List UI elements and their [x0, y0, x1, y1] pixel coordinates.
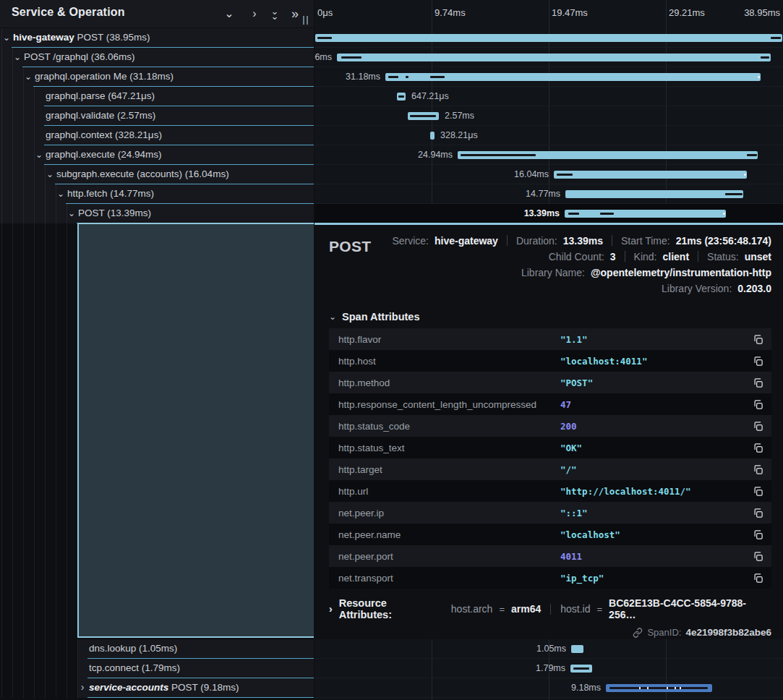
chevron-down-icon[interactable]: ⌄ [2, 33, 11, 43]
indent-guide [1, 28, 2, 698]
span-row[interactable]: ⌄POST /graphql (36.06ms) [0, 48, 314, 67]
span-row[interactable]: graphql.parse (647.21μs) [0, 87, 314, 106]
copy-icon[interactable] [744, 443, 771, 453]
span-attributes-toggle[interactable]: ⌄ Span Attributes [329, 311, 771, 323]
span-bar[interactable] [337, 54, 771, 61]
attribute-row: http.status_code200 [329, 415, 771, 437]
bar-tick [341, 56, 361, 59]
copy-icon[interactable] [744, 421, 771, 432]
span-row[interactable]: ⌄subgraph.execute (accounts) (16.04ms) [0, 165, 314, 184]
span-row[interactable]: ⌄graphql.execute (24.94ms) [0, 145, 314, 165]
bar-end-dot [723, 213, 725, 215]
copy-icon[interactable] [744, 334, 771, 345]
span-timeline-row[interactable]: 14.77ms [315, 184, 783, 204]
span-timeline-row[interactable]: 1.79ms [315, 659, 783, 678]
chevron-down-icon[interactable]: ⌄ [13, 52, 22, 62]
span-bar[interactable] [458, 151, 758, 159]
span-bar[interactable] [397, 93, 406, 101]
attribute-key: http.method [329, 377, 560, 388]
span-bar[interactable] [565, 190, 743, 198]
chevron-right-icon[interactable]: › [78, 681, 87, 693]
span-row[interactable]: ⌄POST (13.39ms) [0, 204, 314, 223]
pane-resize-handle[interactable] [302, 16, 309, 25]
bar-dot [647, 687, 649, 689]
attribute-value: "localhost:4011" [560, 356, 744, 367]
span-bar[interactable] [408, 112, 439, 120]
copy-icon[interactable] [744, 377, 771, 388]
bar-tick [761, 56, 769, 59]
link-icon [633, 628, 643, 638]
chevron-down-icon[interactable]: ⌄ [221, 5, 238, 22]
meta-value: 13.39ms [563, 235, 603, 247]
span-bar[interactable] [570, 665, 592, 673]
copy-icon[interactable] [744, 529, 771, 540]
span-row[interactable]: dns.lookup (1.05ms) [77, 639, 314, 659]
span-bar[interactable] [571, 645, 583, 653]
span-timeline-row[interactable]: 2.57ms [315, 106, 783, 126]
span-row[interactable]: graphql.context (328.21μs) [0, 126, 314, 145]
bar-dot [675, 687, 676, 689]
chevron-right-icon[interactable]: › [246, 5, 263, 22]
bar-tick [430, 76, 445, 78]
span-timeline-row[interactable]: 9.18ms [315, 678, 783, 698]
span-row[interactable]: graphql.validate (2.57ms) [0, 106, 314, 126]
copy-icon[interactable] [744, 486, 771, 497]
bar-dot [639, 687, 641, 689]
meta-separator [698, 251, 698, 262]
span-bar[interactable] [385, 73, 761, 81]
resource-attributes-toggle[interactable]: › Resource Attributes: host.arch=arm64ho… [329, 597, 771, 620]
chevron-down-icon[interactable]: ⌄ [67, 208, 76, 218]
double-chevron-right-icon[interactable]: » [286, 5, 304, 22]
span-timeline-row[interactable]: 36.06ms [315, 48, 783, 67]
double-chevron-down-icon[interactable]: ⌄⌄ [266, 5, 283, 22]
span-bar[interactable] [430, 132, 435, 140]
span-timeline-row[interactable]: 38.95ms [315, 28, 783, 48]
attribute-key: http.host [329, 356, 560, 367]
copy-icon[interactable] [744, 508, 771, 518]
span-row[interactable]: ⌄hive-gateway POST (38.95ms) [0, 28, 314, 48]
bar-tick [317, 37, 332, 39]
attribute-value: "/" [560, 464, 744, 475]
span-detail-panel: POST Service:hive-gatewayDuration:13.39m… [315, 223, 783, 639]
bar-tick [388, 76, 398, 78]
attribute-row: http.url"http://localhost:4011/" [329, 480, 771, 502]
span-label: hive-gateway POST (38.95ms) [13, 32, 150, 43]
copy-icon[interactable] [744, 464, 771, 475]
bar-tick [771, 37, 781, 39]
span-label: service-accounts POST (9.18ms) [89, 682, 239, 693]
span-row[interactable]: tcp.connect (1.79ms) [77, 659, 314, 678]
bar-duration-label: 14.77ms [510, 189, 560, 199]
span-row[interactable]: ›service-accounts POST (9.18ms) [77, 678, 314, 698]
span-row[interactable]: ⌄graphql.operation Me (31.18ms) [0, 67, 314, 87]
copy-icon[interactable] [744, 551, 771, 562]
span-timeline-row[interactable]: 328.21μs [315, 126, 783, 145]
copy-icon[interactable] [744, 356, 771, 367]
span-label: graphql.context (328.21μs) [46, 129, 162, 140]
selected-span-region[interactable] [77, 223, 314, 638]
span-timeline-row[interactable]: 13.39ms [315, 204, 783, 223]
bar-tick [573, 667, 589, 670]
span-timeline-row[interactable]: 16.04ms [315, 165, 783, 184]
attribute-key: http.url [329, 486, 560, 497]
chevron-down-icon[interactable]: ⌄ [46, 169, 54, 179]
bar-dot [667, 687, 668, 689]
span-bar[interactable] [606, 684, 712, 692]
chevron-down-icon[interactable]: ⌄ [56, 189, 65, 199]
attribute-value: 4011 [560, 551, 744, 562]
bar-tick [398, 95, 404, 98]
span-timeline-row[interactable]: 31.18ms [315, 67, 783, 87]
span-timeline-row[interactable]: 24.94ms [315, 145, 783, 165]
row-underline [87, 697, 314, 698]
bar-end-dot [758, 76, 760, 78]
span-bar[interactable] [315, 34, 782, 42]
span-timeline-row[interactable]: 647.21μs [315, 87, 783, 106]
span-timeline-row[interactable]: 1.05ms [315, 639, 783, 659]
span-bar[interactable] [565, 210, 726, 218]
chevron-down-icon[interactable]: ⌄ [24, 72, 33, 82]
span-bar[interactable] [554, 171, 747, 179]
span-id-value: 4e21998f3b82abe6 [685, 627, 771, 638]
span-row[interactable]: ⌄http.fetch (14.77ms) [0, 184, 314, 204]
copy-icon[interactable] [744, 573, 771, 584]
copy-icon[interactable] [744, 399, 771, 410]
chevron-down-icon[interactable]: ⌄ [35, 150, 43, 160]
